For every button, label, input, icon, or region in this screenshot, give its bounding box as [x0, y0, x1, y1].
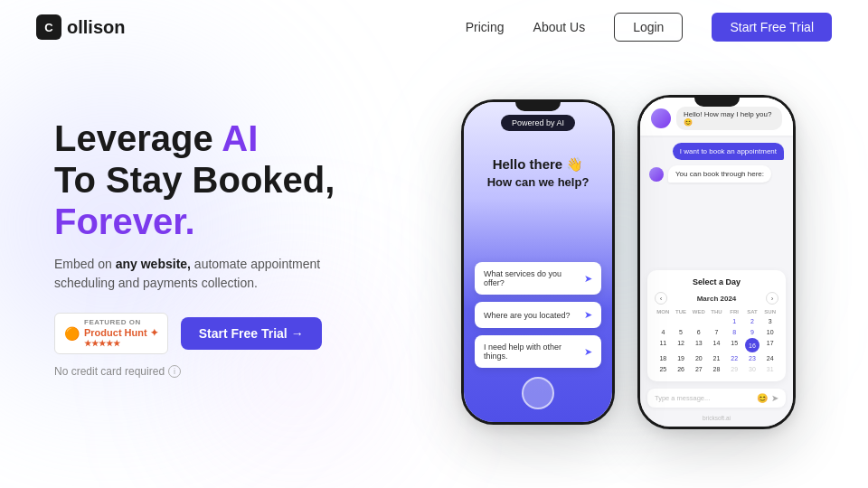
calendar-next-btn[interactable]: › [766, 292, 778, 305]
product-hunt-text: FEATURED ON Product Hunt ✦ ★★★★★ [84, 318, 158, 349]
heading-line2: To Stay Booked, [54, 160, 335, 200]
calendar-day[interactable]: 22 [726, 353, 743, 363]
calendar-day[interactable]: 7 [708, 327, 725, 337]
chat-option-1[interactable]: What services do you offer? ➤ [475, 262, 601, 295]
nav-links: Pricing About Us Login Start Free Trial [466, 13, 832, 42]
hero-left: Leverage AI To Stay Booked, Forever. Emb… [54, 81, 380, 378]
nav-link-about[interactable]: About Us [533, 20, 586, 34]
phone-1-mic-circle [522, 377, 554, 409]
calendar-day[interactable]: 20 [690, 353, 707, 363]
calendar-day[interactable]: 31 [761, 364, 778, 374]
calendar-day[interactable]: 24 [761, 353, 778, 363]
send-icon-3: ➤ [584, 346, 592, 358]
calendar-day[interactable]: 27 [690, 364, 707, 374]
login-button[interactable]: Login [614, 13, 683, 42]
calendar-day[interactable]: 26 [673, 364, 690, 374]
calendar-day[interactable]: 29 [726, 364, 743, 374]
phone-2-messages: I want to book an appointment You can bo… [640, 136, 793, 270]
start-free-trial-button[interactable]: Start Free Trial → [181, 317, 322, 350]
dow-wed: WED [690, 308, 707, 315]
phone-2-branding: bricksoft.ai [640, 415, 793, 427]
calendar-day [673, 316, 690, 326]
calendar-day[interactable]: 9 [744, 327, 761, 337]
calendar-day[interactable]: 4 [655, 327, 672, 337]
user-bubble: I want to book an appointment [673, 143, 784, 160]
hero-subtext: Embed on any website, automate appointme… [54, 255, 380, 293]
calendar-day[interactable]: 18 [655, 353, 672, 363]
calendar-day[interactable]: 23 [744, 353, 761, 363]
calendar-title: Select a Day [655, 277, 778, 286]
powered-badge: Powered by AI [501, 115, 575, 131]
chat-hello-bubble: Hello! How may I help you? 😊 [676, 107, 782, 130]
calendar-day[interactable]: 12 [673, 338, 690, 352]
info-icon: i [168, 365, 181, 378]
chat-option-1-label: What services do you offer? [484, 269, 584, 287]
calendar-day [655, 316, 672, 326]
no-credit-label: No credit card required [54, 365, 165, 378]
calendar-month: March 2024 [697, 295, 737, 303]
calendar-day[interactable]: 3 [761, 316, 778, 326]
send-icon-1: ➤ [584, 273, 592, 285]
phone-2-input[interactable]: Type a message... 😊 ➤ [647, 389, 786, 408]
heading-leverage: Leverage [54, 118, 222, 158]
calendar-day[interactable]: 5 [673, 327, 690, 337]
dow-sun: SUN [761, 308, 778, 315]
bot-bubble: You can book through here: [668, 165, 771, 183]
calendar-day[interactable]: 28 [708, 364, 725, 374]
chat-option-2[interactable]: Where are you located? ➤ [475, 302, 601, 328]
calendar-day [708, 316, 725, 326]
bot-message: You can book through here: [649, 165, 784, 183]
user-message: I want to book an appointment [649, 143, 784, 160]
product-hunt-icon: 🟠 [64, 326, 80, 341]
calendar-day[interactable]: 8 [726, 327, 743, 337]
heading-ai: AI [222, 118, 258, 158]
start-free-trial-nav-button[interactable]: Start Free Trial [712, 13, 832, 42]
logo[interactable]: C ollison [36, 14, 125, 40]
greeting-line2: How can we help? [487, 175, 590, 189]
dow-mon: MON [655, 308, 672, 315]
calendar-day[interactable]: 13 [690, 338, 707, 352]
phone-1-screen: Powered by AI Hello there 👋 How can we h… [464, 102, 612, 422]
phone-2-screen: Hello! How may I help you? 😊 I want to b… [640, 98, 793, 427]
calendar-day[interactable]: 15 [726, 338, 743, 352]
phone-1-options: What services do you offer? ➤ Where are … [464, 262, 612, 368]
chat-option-3[interactable]: I need help with other things. ➤ [475, 335, 601, 368]
calendar-day[interactable]: 25 [655, 364, 672, 374]
logo-icon: C [36, 14, 61, 40]
cta-row: 🟠 FEATURED ON Product Hunt ✦ ★★★★★ Start… [54, 313, 380, 354]
phone-notch-1 [515, 102, 561, 111]
calendar-day[interactable]: 14 [708, 338, 725, 352]
product-hunt-badge[interactable]: 🟠 FEATURED ON Product Hunt ✦ ★★★★★ [54, 313, 168, 354]
calendar-nav: ‹ March 2024 › [655, 292, 778, 305]
emoji-icon: 😊 [757, 393, 768, 403]
dow-fri: FRI [726, 308, 743, 315]
calendar-widget: Select a Day ‹ March 2024 › MON TUE WED … [647, 270, 786, 381]
calendar-day[interactable]: 6 [690, 327, 707, 337]
phones-container: Powered by AI Hello there 👋 How can we h… [416, 81, 814, 488]
send-icon[interactable]: ➤ [771, 393, 778, 403]
subtext-bold: any website, [116, 257, 191, 271]
calendar-day[interactable]: 11 [655, 338, 672, 352]
hello-msg: Hello! How may I help you? 😊 [684, 110, 775, 127]
phone-notch-2 [694, 98, 740, 107]
calendar-day[interactable]: 30 [744, 364, 761, 374]
calendar-day[interactable]: 1 [726, 316, 743, 326]
calendar-day[interactable]: 16 [745, 338, 760, 352]
dow-sat: SAT [744, 308, 761, 315]
calendar-day[interactable]: 19 [673, 353, 690, 363]
nav-link-pricing[interactable]: Pricing [466, 20, 505, 34]
ph-top-label: FEATURED ON [84, 318, 158, 327]
chat-option-2-label: Where are you located? [484, 311, 571, 320]
subtext-prefix: Embed on [54, 257, 116, 271]
calendar-prev-btn[interactable]: ‹ [655, 292, 667, 305]
calendar-day[interactable]: 17 [761, 338, 778, 352]
phone-1-greeting: Hello there 👋 How can we help? [487, 156, 590, 189]
calendar-day[interactable]: 21 [708, 353, 725, 363]
calendar-day[interactable]: 2 [744, 316, 761, 326]
bot-avatar [649, 167, 664, 182]
no-credit-text: No credit card required i [54, 365, 380, 378]
chat-avatar [651, 108, 671, 128]
calendar-day[interactable]: 10 [761, 327, 778, 337]
ph-main-label: Product Hunt ✦ [84, 327, 158, 339]
heading-forever: Forever. [54, 202, 195, 241]
